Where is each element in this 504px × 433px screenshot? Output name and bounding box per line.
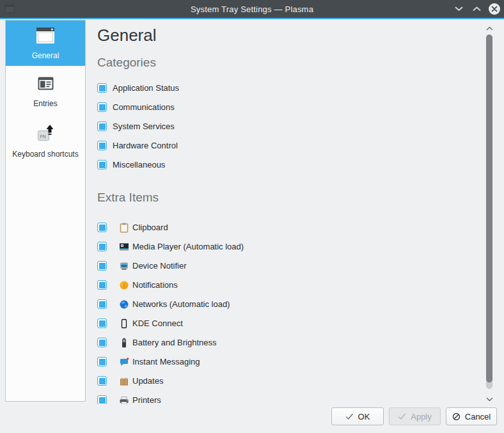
item-label: Media Player (Automatic load) [132, 242, 244, 251]
ok-button[interactable]: OK [331, 407, 384, 425]
checkbox[interactable] [97, 160, 107, 169]
device-notifier-icon [119, 261, 129, 271]
window-titlebar: System Tray Settings — Plasma [0, 0, 504, 19]
sidebar-item-keyboard-shortcuts[interactable]: FN Keyboard shortcuts [6, 114, 85, 164]
item-label: Clipboard [132, 223, 168, 232]
media-player-icon [119, 242, 129, 252]
list-item[interactable]: Application Status [97, 79, 478, 98]
scroll-up-arrow-icon[interactable] [484, 24, 494, 32]
checkbox[interactable] [97, 338, 107, 347]
sidebar-item-label: Keyboard shortcuts [12, 150, 78, 159]
list-item[interactable]: Updates [97, 372, 478, 391]
scrollbar-thumb[interactable] [486, 35, 492, 382]
list-item[interactable]: Hardware Control [97, 136, 478, 155]
checkbox[interactable] [97, 102, 107, 112]
cancel-slash-icon [452, 413, 461, 421]
checkbox[interactable] [97, 280, 107, 290]
item-label: Device Notifier [132, 261, 187, 271]
cancel-button[interactable]: Cancel [446, 407, 497, 425]
checkbox[interactable] [97, 357, 107, 366]
checkbox[interactable] [97, 141, 107, 150]
item-label: Application Status [113, 83, 179, 93]
checkbox[interactable] [97, 261, 107, 271]
checkbox[interactable] [97, 242, 107, 251]
instant-messaging-icon [119, 357, 129, 367]
list-item[interactable]: Device Notifier [97, 256, 478, 276]
notifications-icon [119, 280, 129, 290]
settings-sidebar: General Entries FN Keyboard shortcuts [5, 20, 86, 402]
list-item[interactable]: Media Player (Automatic load) [97, 237, 478, 256]
checkbox[interactable] [97, 83, 107, 93]
checkbox[interactable] [97, 319, 107, 328]
item-label: Battery and Brightness [132, 338, 217, 347]
section-heading-categories: Categories [97, 56, 478, 70]
list-item[interactable]: Miscellaneous [97, 155, 478, 175]
checkbox[interactable] [97, 122, 107, 131]
check-icon [345, 413, 354, 420]
checkbox[interactable] [97, 395, 107, 404]
checkbox[interactable] [97, 376, 107, 386]
list-item[interactable]: Instant Messaging [97, 352, 478, 372]
categories-list: Application StatusCommunicationsSystem S… [97, 79, 478, 175]
list-item[interactable]: Notifications [97, 276, 478, 295]
extra-items-list: ClipboardMedia Player (Automatic load)De… [97, 218, 478, 404]
item-label: System Services [113, 122, 175, 131]
item-label: Printers [132, 395, 161, 404]
item-label: Miscellaneous [113, 160, 165, 169]
check-icon [398, 413, 406, 420]
page-title: General [97, 26, 478, 45]
item-label: Hardware Control [113, 141, 178, 150]
ok-button-label: OK [358, 412, 370, 421]
list-item[interactable]: Communications [97, 98, 478, 117]
entries-list-icon [37, 75, 54, 95]
apply-button[interactable]: Apply [389, 407, 441, 425]
window-title: System Tray Settings — Plasma [0, 4, 504, 14]
chevron-down-icon[interactable] [453, 3, 464, 15]
printers-icon [119, 395, 129, 404]
item-label: Updates [132, 376, 163, 386]
checkbox[interactable] [97, 223, 107, 232]
list-item[interactable]: Networks (Automatic load) [97, 295, 478, 314]
sidebar-item-label: General [32, 51, 59, 60]
list-item[interactable]: Clipboard [97, 218, 478, 237]
updates-icon [119, 376, 129, 386]
kde-connect-icon [119, 319, 129, 329]
list-item[interactable]: KDE Connect [97, 314, 478, 333]
list-item[interactable]: Battery and Brightness [97, 333, 478, 352]
sidebar-item-label: Entries [33, 99, 57, 108]
chevron-up-icon[interactable] [471, 3, 482, 15]
cancel-button-label: Cancel [465, 412, 491, 421]
item-label: Instant Messaging [132, 357, 200, 366]
list-item[interactable]: Printers [97, 391, 478, 404]
keyboard-shortcut-icon: FN [36, 124, 55, 145]
svg-text:FN: FN [40, 134, 46, 139]
close-icon[interactable] [489, 3, 500, 15]
checkbox[interactable] [97, 299, 107, 309]
networks-icon [119, 299, 129, 310]
sidebar-item-general[interactable]: General [6, 20, 85, 66]
clipboard-icon [119, 223, 129, 233]
list-item[interactable]: System Services [97, 117, 478, 136]
item-label: KDE Connect [132, 319, 183, 328]
sidebar-item-entries[interactable]: Entries [6, 68, 85, 114]
apply-button-label: Apply [411, 412, 432, 421]
item-label: Notifications [132, 280, 178, 290]
vertical-scrollbar [486, 19, 492, 404]
item-label: Communications [113, 102, 175, 112]
general-window-icon [35, 27, 56, 47]
general-settings-page: General Categories Application StatusCom… [87, 19, 478, 404]
battery-icon [119, 338, 129, 348]
scroll-down-arrow-icon[interactable] [484, 395, 494, 403]
section-heading-extra-items: Extra Items [97, 191, 478, 205]
item-label: Networks (Automatic load) [132, 299, 230, 309]
